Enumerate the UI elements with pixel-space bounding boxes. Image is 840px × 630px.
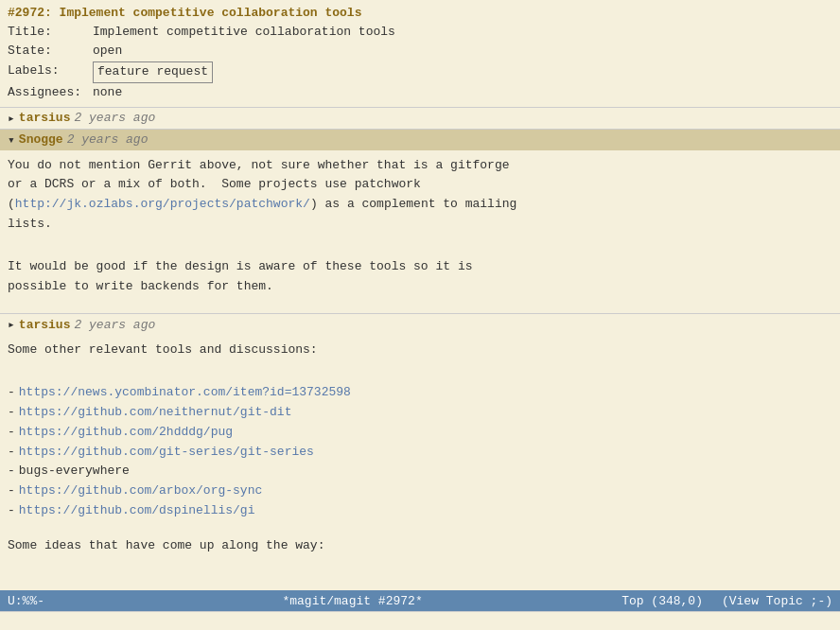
link-gi[interactable]: https://github.com/dspinellis/gi	[19, 501, 255, 521]
list-item-2: - https://github.com/neithernut/git-dit	[8, 403, 832, 423]
labels-label: Labels:	[8, 61, 93, 83]
snogge-para-1: You do not mention Gerrit above, not sur…	[8, 156, 832, 235]
status-bar: U:%%- *magit/magit #2972* Top (348,0) (V…	[0, 590, 840, 611]
list-item-5: - bugs-everywhere	[8, 462, 832, 481]
link-git-dit[interactable]: https://github.com/neithernut/git-dit	[19, 403, 292, 423]
comment-body-tarsius-2: Some other relevant tools and discussion…	[0, 335, 840, 572]
assignees-label: Assignees:	[8, 83, 93, 103]
link-pug[interactable]: https://github.com/2hdddg/pug	[19, 423, 233, 443]
timestamp-tarsius-1: 2 years ago	[74, 111, 155, 125]
patchwork-link[interactable]: http://jk.ozlabs.org/projects/patchwork/	[15, 197, 310, 211]
list-item-6: - https://github.com/arbox/org-sync	[8, 481, 832, 501]
comment-header-snogge[interactable]: ▾ Snogge 2 years ago	[0, 129, 840, 150]
timestamp-snogge: 2 years ago	[67, 132, 149, 147]
content-area[interactable]: #2972: Implement competitive collaborati…	[0, 0, 840, 590]
list-item-1: - https://news.ycombinator.com/item?id=1…	[8, 383, 832, 403]
comment-snogge: ▾ Snogge 2 years ago You do not mention …	[0, 129, 840, 314]
assignees-value: none	[93, 83, 122, 103]
status-position-value: Top (348,0)	[621, 594, 703, 608]
link-ycombinator[interactable]: https://news.ycombinator.com/item?id=137…	[19, 383, 351, 403]
link-git-series[interactable]: https://github.com/git-series/git-series	[19, 443, 314, 463]
title-value: Implement competitive collaboration tool…	[93, 23, 395, 43]
comment-tarsius-1: ▸ tarsius 2 years ago	[0, 107, 840, 129]
snogge-para-2: It would be good if the design is aware …	[8, 257, 832, 297]
issue-field-assignees: Assignees: none	[8, 83, 832, 103]
list-item-4: - https://github.com/git-series/git-seri…	[8, 443, 832, 463]
tarsius-outro: Some ideas that have come up along the w…	[8, 536, 832, 556]
editor-container: #2972: Implement competitive collaborati…	[0, 0, 840, 630]
username-tarsius-2: tarsius	[19, 318, 71, 332]
issue-field-title: Title: Implement competitive collaborati…	[8, 23, 832, 43]
minibuffer	[0, 611, 840, 630]
state-value: open	[93, 42, 122, 61]
list-item-3: - https://github.com/2hdddg/pug	[8, 423, 832, 443]
bugs-everywhere: bugs-everywhere	[19, 462, 130, 481]
comment-body-snogge: You do not mention Gerrit above, not sur…	[0, 150, 840, 314]
list-item-7: - https://github.com/dspinellis/gi	[8, 501, 832, 521]
main-content: #2972: Implement competitive collaborati…	[0, 0, 840, 590]
issue-field-labels: Labels: feature request	[8, 61, 832, 83]
tarsius-intro: Some other relevant tools and discussion…	[8, 341, 832, 360]
issue-header: #2972: Implement competitive collaborati…	[0, 0, 840, 107]
state-label: State:	[8, 42, 93, 61]
status-view-topic: (View Topic ;-)	[722, 594, 832, 608]
timestamp-tarsius-2: 2 years ago	[74, 318, 155, 332]
issue-field-state: State: open	[8, 42, 832, 61]
collapse-marker-2: ▾	[8, 132, 15, 148]
status-mode: U:%%-	[8, 594, 83, 608]
link-org-sync[interactable]: https://github.com/arbox/org-sync	[19, 481, 262, 501]
comment-header-tarsius-2[interactable]: ▸ tarsius 2 years ago	[0, 313, 840, 335]
collapse-marker-1: ▸	[8, 111, 15, 126]
username-tarsius-1: tarsius	[19, 111, 71, 125]
comment-tarsius-2: ▸ tarsius 2 years ago Some other relevan…	[0, 313, 840, 572]
username-snogge: Snogge	[19, 132, 63, 147]
comment-header-tarsius-1[interactable]: ▸ tarsius 2 years ago	[0, 107, 840, 129]
labels-value: feature request	[93, 61, 213, 83]
status-position: Top (348,0) (View Topic ;-)	[621, 594, 832, 608]
status-buffer: *magit/magit #2972*	[83, 594, 621, 608]
issue-title: #2972: Implement competitive collaborati…	[8, 4, 832, 23]
title-label: Title:	[8, 23, 93, 43]
collapse-marker-3: ▸	[8, 317, 15, 332]
